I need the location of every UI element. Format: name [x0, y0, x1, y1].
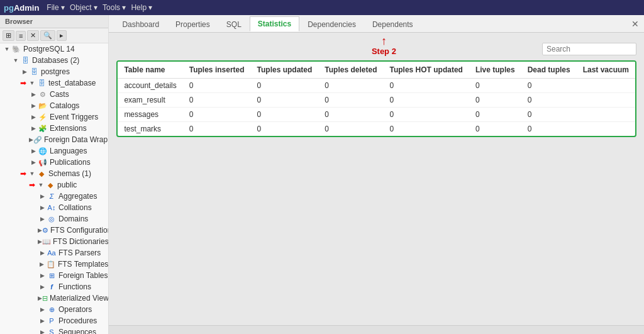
tree-item-languages[interactable]: ▶ 🌐 Languages	[0, 145, 108, 157]
tree-item-fts-configurations[interactable]: ▶ ⚙ FTS Configurations	[0, 225, 108, 236]
tree-arrow[interactable]: ▶	[38, 216, 47, 222]
tab-properties[interactable]: Properties	[167, 17, 218, 31]
cell-inserted: 0	[183, 93, 251, 108]
tree-arrow[interactable]: ▼	[36, 182, 45, 188]
tree-item-materialized-views[interactable]: ▶ ⊟ Materialized Views	[0, 292, 108, 304]
cell-updated: 0	[251, 93, 319, 108]
tree-item-operators[interactable]: ▶ ⊕ Operators	[0, 304, 108, 315]
col-tuples-hot-updated: Tuples HOT updated	[383, 62, 469, 79]
file-menu[interactable]: File ▾	[47, 3, 65, 12]
tab-bar: Dashboard Properties SQL Statistics Depe…	[109, 15, 644, 33]
tree-arrow[interactable]: ▶	[29, 103, 38, 109]
tree-arrow[interactable]: ▼	[3, 46, 11, 52]
functions-icon: f	[47, 282, 57, 292]
tree-item-test-database[interactable]: ➡ ▼ 🗄 test_database	[0, 77, 108, 89]
tree-item-domains[interactable]: ▶ ◎ Domains	[0, 213, 108, 225]
tree-arrow[interactable]: ▶	[38, 306, 47, 313]
tree-item-foreign-tables[interactable]: ▶ ⊞ Foreign Tables	[0, 270, 108, 281]
cell-last-vacuum	[577, 108, 635, 122]
tree-item-sequences[interactable]: ▶ S Sequences	[0, 326, 108, 334]
tree-item-databases[interactable]: ▼ 🗄 Databases (2)	[0, 55, 108, 66]
tree-arrow[interactable]: ▶	[38, 272, 47, 279]
tree-item-catalogs[interactable]: ▶ 📂 Catalogs	[0, 100, 108, 111]
collations-icon: A↕	[47, 203, 57, 213]
tree-item-public[interactable]: ➡ ▼ ◆ public	[0, 179, 108, 191]
tree-arrow[interactable]: ▶	[38, 193, 47, 199]
tree-item-casts[interactable]: ▶ ⚙ Casts	[0, 89, 108, 100]
tree-arrow[interactable]: ▶	[38, 227, 42, 233]
tree-item-fts-parsers[interactable]: ▶ Aa FTS Parsers	[0, 247, 108, 259]
tab-sql[interactable]: SQL	[218, 17, 250, 31]
tree-item-fts-dictionaries[interactable]: ▶ 📖 FTS Dictionaries	[0, 236, 108, 247]
tree-arrow[interactable]: ▶	[38, 318, 47, 324]
tree-item-procedures[interactable]: ▶ P Procedures	[0, 315, 108, 326]
tab-dependents[interactable]: Dependents	[364, 17, 421, 31]
tree-label: Sequences	[58, 328, 96, 334]
search-input[interactable]	[542, 43, 636, 55]
step2-arrow-icon: ↑	[381, 35, 387, 47]
tree-arrow[interactable]: ▶	[29, 148, 38, 154]
tree-item-extensions[interactable]: ▶ 🧩 Extensions	[0, 123, 108, 134]
sidebar-tb-close[interactable]: ✕	[27, 30, 39, 41]
tree-item-postgres[interactable]: ▶ 🗄 postgres	[0, 66, 108, 77]
tree-arrow[interactable]: ▶	[29, 136, 33, 143]
cell-hot-updated: 0	[383, 108, 469, 122]
tree-arrow[interactable]: ▼	[28, 80, 36, 86]
casts-icon: ⚙	[38, 89, 48, 99]
tab-dependencies[interactable]: Dependencies	[299, 17, 364, 31]
stats-table-body: account_details 0 0 0 0 0 0 exam_result …	[118, 79, 635, 136]
tree-item-postgresql14[interactable]: ▼ 🐘 PostgreSQL 14	[0, 43, 108, 55]
cell-inserted: 0	[183, 108, 251, 122]
tree-item-functions[interactable]: ▶ f Functions	[0, 281, 108, 292]
tree-arrow[interactable]: ▶	[20, 69, 29, 75]
cell-live: 0	[469, 108, 521, 122]
statistics-table: Table name Tuples inserted Tuples update…	[118, 62, 635, 136]
tree-item-fts-templates[interactable]: ▶ 📋 FTS Templates	[0, 259, 108, 270]
tools-menu[interactable]: Tools ▾	[103, 3, 126, 12]
cell-dead: 0	[521, 93, 577, 108]
table-row: exam_result 0 0 0 0 0 0	[118, 93, 635, 108]
tree-arrow[interactable]: ▶	[38, 261, 46, 267]
tab-statistics[interactable]: Statistics	[250, 16, 299, 31]
tree-item-aggregates[interactable]: ▶ Σ Aggregates	[0, 191, 108, 202]
extensions-icon: 🧩	[38, 123, 48, 133]
publications-icon: 📢	[38, 157, 48, 167]
object-menu[interactable]: Object ▾	[70, 3, 97, 12]
horizontal-scrollbar[interactable]	[109, 325, 644, 334]
tab-dashboard[interactable]: Dashboard	[114, 17, 167, 31]
tree-arrow[interactable]: ▶	[29, 159, 38, 165]
cell-last-vacuum	[577, 79, 635, 93]
tree-item-publications[interactable]: ▶ 📢 Publications	[0, 157, 108, 168]
sidebar-tb-arrow[interactable]: ▸	[57, 30, 67, 41]
sidebar-tree[interactable]: ▼ 🐘 PostgreSQL 14 ▼ 🗄 Databases (2) ▶ 🗄 …	[0, 43, 108, 334]
catalogs-icon: 📂	[38, 101, 48, 111]
tree-arrow[interactable]: ▶	[38, 204, 47, 211]
step2-indicator: ↑ Step 2	[372, 35, 396, 56]
tree-item-event-triggers[interactable]: ▶ ⚡ Event Triggers	[0, 111, 108, 123]
fdw-icon: 🔗	[33, 135, 42, 145]
tree-item-collations[interactable]: ▶ A↕ Collations	[0, 202, 108, 213]
tree-arrow[interactable]: ▶	[29, 114, 38, 120]
tree-arrow[interactable]: ▶	[38, 250, 47, 256]
tree-arrow[interactable]: ▶	[38, 238, 42, 245]
tree-arrow[interactable]: ▶	[38, 295, 42, 301]
tree-arrow[interactable]: ▼	[28, 170, 36, 177]
tree-arrow[interactable]: ▶	[38, 329, 47, 334]
tree-arrow[interactable]: ▶	[29, 91, 38, 97]
tree-item-schemas[interactable]: ➡ ▼ ◆ Schemas (1)	[0, 168, 108, 179]
tree-item-foreign-data-wrappers[interactable]: ▶ 🔗 Foreign Data Wrappers	[0, 134, 108, 145]
red-arrow-icon: ➡	[20, 79, 26, 87]
col-tuples-updated: Tuples updated	[251, 62, 319, 79]
sidebar-tb-list[interactable]: ≡	[16, 31, 26, 41]
red-arrow-icon: ➡	[20, 169, 26, 178]
panel-close-button[interactable]: ✕	[631, 19, 639, 29]
red-arrow-icon: ➡	[29, 181, 35, 189]
help-menu[interactable]: Help ▾	[131, 3, 152, 12]
tree-label: Domains	[58, 214, 88, 223]
tree-arrow[interactable]: ▼	[11, 57, 20, 64]
tree-arrow[interactable]: ▶	[38, 284, 47, 290]
sidebar-tb-search[interactable]: 🔍	[40, 30, 55, 41]
sidebar-tb-grid[interactable]: ⊞	[3, 30, 14, 41]
menu-bar: File ▾ Object ▾ Tools ▾ Help ▾	[47, 3, 152, 12]
tree-arrow[interactable]: ▶	[29, 125, 38, 131]
